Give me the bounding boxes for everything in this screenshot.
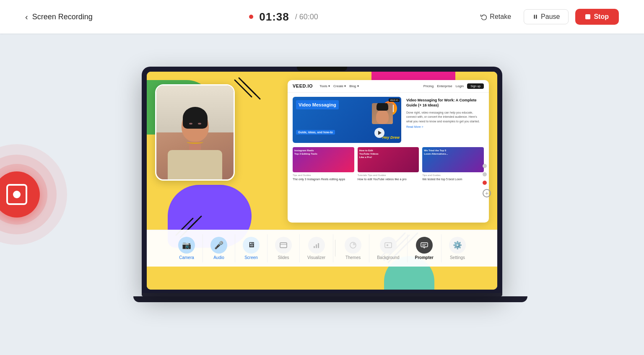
svg-rect-0 xyxy=(534,15,535,18)
toolbar-slides[interactable]: Slides xyxy=(267,234,300,262)
toolbar-themes[interactable]: Themes xyxy=(337,234,369,262)
top-bar-right: Retake Pause Stop xyxy=(475,9,619,25)
person-head xyxy=(182,110,209,142)
website-logo: VEED.IO xyxy=(293,83,313,88)
page-container: ‹ Screen Recording 01:38 / 60:00 Retake … xyxy=(0,0,644,355)
record-ripple-mid xyxy=(0,155,57,234)
laptop-notch xyxy=(297,67,347,71)
stop-icon xyxy=(585,14,590,19)
sidebar-article-desc: Done right, video messaging can help you… xyxy=(406,111,484,124)
svg-rect-19 xyxy=(387,244,388,246)
pause-button[interactable]: Pause xyxy=(524,9,569,24)
recording-indicator xyxy=(249,15,253,19)
timer-total: / 60:00 xyxy=(295,13,318,21)
svg-rect-14 xyxy=(314,246,315,248)
small-article-cat-2: Tutorials Tips and Guides xyxy=(358,174,419,176)
toolbar-screen[interactable]: 🖥 Screen xyxy=(235,234,267,262)
small-article-img-wrapper-2: How to Edit YouTube Videos Like a Pro! xyxy=(358,147,419,172)
play-button[interactable] xyxy=(374,128,384,138)
small-article-cat-1: Tips and Guides xyxy=(293,174,354,176)
svg-rect-15 xyxy=(316,244,317,248)
top-bar: ‹ Screen Recording 01:38 / 60:00 Retake … xyxy=(0,0,644,34)
small-article-title-2: How to edit YouTube videos like a pro xyxy=(358,177,419,181)
toolbar-themes-label: Themes xyxy=(345,255,361,260)
svg-rect-16 xyxy=(318,243,319,248)
record-icon xyxy=(6,184,27,205)
toolbar-camera-label: Camera xyxy=(179,255,194,260)
toolbar-background[interactable]: Background xyxy=(369,234,407,262)
themes-icon xyxy=(345,237,361,254)
small-article-title-3: We tested the top 5 best Loom xyxy=(422,177,484,181)
svg-rect-20 xyxy=(421,243,428,247)
website-nav-links: Tools ▾ Create ▾ Blog ▾ xyxy=(319,84,358,88)
nav-link-tools: Tools ▾ xyxy=(319,84,330,88)
laptop-frame: VEED.IO Tools ▾ Create ▾ Blog ▾ Pricing … xyxy=(142,67,502,293)
laptop-bottom-bar xyxy=(142,293,502,296)
play-triangle xyxy=(378,131,382,135)
bottom-toolbar: 📷 Camera 🎤 Audio 🖥 Screen xyxy=(147,230,497,267)
toolbar-background-label: Background xyxy=(377,255,399,260)
small-article-img-wrapper-3: We Tried the Top 5 Loom Alternatives... xyxy=(422,147,484,172)
background-icon xyxy=(380,237,397,254)
hey-drew-text: Hey Drew xyxy=(382,135,400,140)
nav-pricing: Pricing xyxy=(423,84,434,88)
deco-pens-top xyxy=(231,76,264,118)
small-articles-row: Instagram Reels Top 3 Editing Tools Tips… xyxy=(288,147,489,185)
featured-subtitle: Guide, ideas, and how-to xyxy=(296,130,335,135)
screen-icon: 🖥 xyxy=(243,237,260,254)
retake-button[interactable]: Retake xyxy=(475,10,517,24)
sidebar-article-title: Video Messaging for Work: A Complete Gui… xyxy=(406,98,484,108)
prompter-icon xyxy=(416,237,433,254)
small-article-img-2: How to Edit YouTube Videos Like a Pro! xyxy=(358,147,419,172)
toolbar-audio-label: Audio xyxy=(213,255,224,260)
top-bar-left: ‹ Screen Recording xyxy=(25,12,93,22)
featured-image: Video Messaging Guide, ideas, and how-to… xyxy=(293,97,401,143)
svg-rect-12 xyxy=(280,243,287,248)
website-main-content: Video Messaging Guide, ideas, and how-to… xyxy=(288,93,489,147)
settings-icon: ⚙️ xyxy=(449,237,466,254)
toolbar-prompter[interactable]: Prompter xyxy=(408,234,441,262)
record-ripple-outer xyxy=(0,144,67,245)
visualizer-icon xyxy=(308,237,325,254)
small-article-img-3: We Tried the Top 5 Loom Alternatives... xyxy=(422,147,484,172)
audio-icon: 🎤 xyxy=(210,237,227,254)
small-article-img-wrapper-1: Instagram Reels Top 3 Editing Tools xyxy=(293,147,354,172)
back-button[interactable]: ‹ xyxy=(25,12,28,22)
stop-button[interactable]: Stop xyxy=(575,9,619,25)
toolbar-visualizer[interactable]: Visualizer xyxy=(300,234,333,262)
person-body xyxy=(168,150,222,179)
small-article-cat-3: Tips and Guides xyxy=(422,174,484,176)
laptop-screen: VEED.IO Tools ▾ Create ▾ Blog ▾ Pricing … xyxy=(147,72,497,290)
svg-rect-1 xyxy=(536,15,537,18)
timer-display: 01:38 xyxy=(259,10,289,23)
add-slide-button[interactable]: + xyxy=(483,189,491,197)
small-article-title-1: The only 3 Instagram Reels editing apps xyxy=(293,177,354,181)
nav-login: Login xyxy=(456,84,464,88)
dot-3-active xyxy=(483,181,487,185)
main-content: VEED.IO Tools ▾ Create ▾ Blog ▾ Pricing … xyxy=(0,34,644,355)
read-more-link[interactable]: Read More > xyxy=(406,125,484,128)
slides-icon xyxy=(275,237,292,254)
dot-1 xyxy=(483,164,487,168)
toolbar-settings-label: Settings xyxy=(450,255,465,260)
small-article-2: How to Edit YouTube Videos Like a Pro! T… xyxy=(358,147,419,181)
signup-button[interactable]: Sign up xyxy=(467,83,484,89)
webcam-small-person xyxy=(372,103,393,124)
toolbar-settings[interactable]: ⚙️ Settings xyxy=(441,234,473,262)
toolbar-audio[interactable]: 🎤 Audio xyxy=(203,234,235,262)
record-button[interactable] xyxy=(0,171,40,218)
toolbar-screen-label: Screen xyxy=(244,255,258,260)
toolbar-divider xyxy=(335,240,335,257)
person-hair xyxy=(183,107,208,129)
camera-icon: 📷 xyxy=(178,237,195,254)
website-nav: VEED.IO Tools ▾ Create ▾ Blog ▾ Pricing … xyxy=(288,80,489,93)
small-article-img-1: Instagram Reels Top 3 Editing Tools xyxy=(293,147,354,172)
featured-title-overlay: Video Messaging xyxy=(296,100,339,109)
toolbar-visualizer-label: Visualizer xyxy=(307,255,325,260)
small-article-1: Instagram Reels Top 3 Editing Tools Tips… xyxy=(293,147,354,181)
toolbar-slides-label: Slides xyxy=(278,255,289,260)
veed-badge: VEED.IO xyxy=(389,98,400,102)
small-article-3: We Tried the Top 5 Loom Alternatives... … xyxy=(422,147,484,181)
article-sidebar: Video Messaging for Work: A Complete Gui… xyxy=(406,97,484,143)
toolbar-camera[interactable]: 📷 Camera xyxy=(171,234,203,262)
